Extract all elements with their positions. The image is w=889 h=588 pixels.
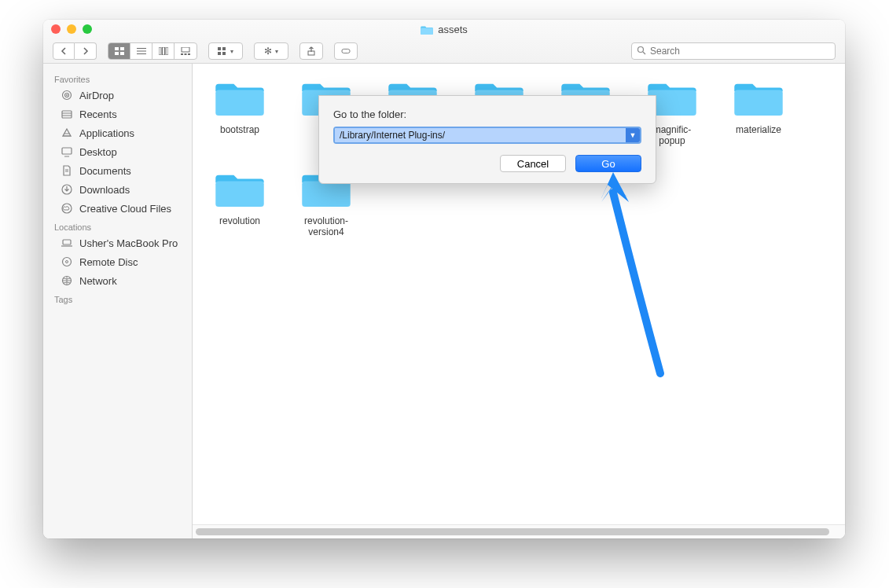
airdrop-icon (61, 89, 73, 101)
recents-icon (61, 108, 73, 120)
maximize-window-button[interactable] (83, 24, 92, 34)
svg-rect-48 (215, 181, 263, 207)
search-input[interactable] (650, 46, 830, 57)
folder-label: revolution-version4 (295, 215, 358, 238)
sidebar-section-title: Favorites (43, 70, 192, 86)
sidebar-item-label: Applications (79, 127, 134, 139)
forward-button[interactable] (75, 42, 97, 60)
creative-cloud-icon (61, 202, 73, 215)
nav-buttons (53, 42, 97, 60)
laptop-icon (61, 237, 73, 249)
go-button[interactable]: Go (575, 155, 641, 172)
sidebar-item[interactable]: Network (43, 271, 192, 290)
svg-rect-1 (115, 47, 119, 50)
svg-rect-8 (159, 47, 161, 55)
sidebar-item[interactable]: Usher's MacBook Pro (43, 233, 192, 252)
svg-rect-14 (188, 53, 190, 55)
svg-rect-6 (137, 51, 146, 52)
titlebar: assets (43, 20, 845, 64)
folder-icon (215, 171, 264, 211)
folder-icon (734, 79, 783, 119)
sidebar-item-label: Creative Cloud Files (79, 203, 171, 215)
arrange-button[interactable]: ▾ (208, 42, 243, 60)
folder-item[interactable]: revolution (208, 171, 271, 238)
sidebar-item-label: AirDrop (79, 90, 114, 101)
search-icon (637, 46, 646, 57)
folder-item[interactable]: bootstrap (208, 79, 271, 147)
folder-path-combobox[interactable]: ▼ (333, 127, 641, 144)
svg-rect-15 (218, 47, 221, 50)
chevron-down-icon: ▾ (230, 48, 233, 55)
chevron-down-icon[interactable]: ▼ (626, 128, 640, 142)
applications-icon (61, 127, 73, 139)
svg-rect-12 (181, 53, 183, 55)
toolbar: ▾ ✻ ▾ (43, 40, 845, 63)
sidebar-item-label: Desktop (79, 146, 117, 158)
svg-rect-41 (215, 90, 263, 116)
svg-rect-36 (63, 240, 71, 244)
svg-point-25 (66, 94, 68, 96)
sidebar-item-label: Remote Disc (79, 256, 138, 268)
sidebar: Favorites AirDropRecentsApplicationsDesk… (43, 64, 193, 538)
tags-button[interactable] (334, 42, 358, 60)
sidebar-item-label: Downloads (79, 184, 130, 196)
remote-disc-icon (61, 255, 73, 268)
scrollbar-thumb[interactable] (196, 528, 829, 535)
sidebar-item[interactable]: Documents (43, 161, 192, 180)
svg-rect-7 (137, 53, 146, 54)
folder-label: revolution (219, 215, 260, 226)
search-box[interactable] (631, 42, 836, 60)
folder-path-input[interactable] (335, 128, 626, 142)
folder-label: bootstrap (220, 124, 259, 135)
gallery-view-button[interactable] (174, 43, 197, 59)
folder-label: materialize (736, 124, 781, 135)
close-window-button[interactable] (51, 24, 61, 34)
sidebar-item[interactable]: Remote Disc (43, 252, 192, 271)
svg-rect-30 (62, 148, 72, 154)
action-button[interactable]: ✻ ▾ (254, 42, 288, 60)
gear-icon: ✻ (264, 46, 272, 57)
sidebar-item[interactable]: Desktop (43, 142, 192, 161)
window-title: assets (421, 24, 468, 35)
go-to-folder-dialog: Go to the folder: ▼ Cancel Go (318, 95, 656, 184)
sidebar-item-label: Usher's MacBook Pro (79, 237, 178, 249)
minimize-window-button[interactable] (67, 24, 76, 34)
dialog-actions: Cancel Go (333, 155, 641, 172)
sidebar-item[interactable]: Applications (43, 123, 192, 142)
sidebar-item[interactable]: Creative Cloud Files (43, 199, 192, 218)
icon-view-button[interactable] (108, 43, 130, 59)
svg-rect-0 (421, 28, 433, 35)
downloads-icon (61, 183, 73, 196)
cancel-button[interactable]: Cancel (500, 155, 566, 172)
sidebar-item[interactable]: Downloads (43, 180, 192, 199)
folder-item[interactable]: materialize (727, 79, 790, 147)
svg-rect-17 (218, 52, 221, 55)
traffic-lights (51, 24, 92, 34)
svg-rect-20 (342, 50, 350, 53)
column-view-button[interactable] (152, 43, 174, 59)
sidebar-item[interactable]: AirDrop (43, 86, 192, 105)
svg-rect-9 (162, 47, 164, 55)
svg-rect-26 (62, 111, 72, 118)
sidebar-section-title: Locations (43, 218, 192, 233)
svg-rect-16 (222, 47, 226, 50)
network-icon (61, 274, 73, 287)
svg-rect-5 (137, 48, 146, 49)
window-title-text: assets (438, 24, 468, 35)
finder-window: assets (43, 20, 845, 538)
share-button[interactable] (299, 42, 323, 60)
chevron-down-icon: ▾ (275, 48, 278, 55)
svg-point-38 (63, 258, 72, 266)
svg-rect-11 (182, 47, 189, 52)
horizontal-scrollbar[interactable] (193, 524, 845, 538)
svg-rect-3 (115, 52, 119, 55)
back-button[interactable] (53, 42, 75, 60)
documents-icon (61, 164, 73, 177)
sidebar-item-label: Recents (79, 108, 117, 120)
view-mode-group (108, 42, 197, 60)
svg-rect-47 (734, 90, 782, 116)
svg-rect-49 (302, 181, 350, 207)
sidebar-item[interactable]: Recents (43, 105, 192, 123)
desktop-icon (61, 145, 73, 158)
list-view-button[interactable] (130, 43, 152, 59)
